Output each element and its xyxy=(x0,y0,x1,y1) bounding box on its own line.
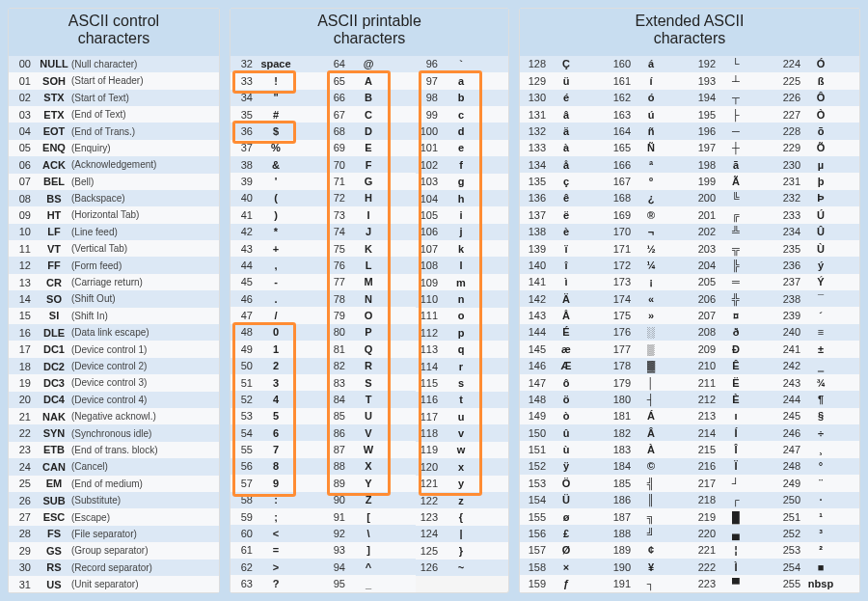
ascii-char: ▀ xyxy=(721,578,750,589)
control-row: 07BEL(Bell) xyxy=(9,174,219,190)
printable-row: 81Q xyxy=(323,341,416,357)
extended-row: 142Ä xyxy=(520,290,605,307)
ascii-code: 163 xyxy=(608,109,637,121)
ascii-char: Ð xyxy=(721,343,750,355)
ascii-desc: (Synchronous idle) xyxy=(71,428,216,439)
ascii-code: 05 xyxy=(12,142,37,153)
ascii-code: 26 xyxy=(12,495,37,506)
ascii-code: 244 xyxy=(777,394,806,405)
ascii-char: g xyxy=(444,176,478,187)
ascii-code: 19 xyxy=(12,377,37,389)
extended-row: 168¿ xyxy=(605,190,690,206)
ascii-code: 103 xyxy=(419,176,444,187)
extended-row: 136ê xyxy=(520,190,605,206)
ascii-char: █ xyxy=(721,511,750,523)
extended-row: 219█ xyxy=(690,508,774,525)
ascii-code: 228 xyxy=(777,125,806,137)
ascii-desc: (Cancel) xyxy=(71,461,216,472)
extended-row: 170¬ xyxy=(605,224,690,240)
ascii-code: 75 xyxy=(326,243,351,255)
printable-row: 126~ xyxy=(416,560,508,576)
ascii-char: FF xyxy=(37,260,71,271)
ascii-char: ┤ xyxy=(637,394,665,405)
extended-row: 135ç xyxy=(520,173,605,189)
extended-row: 227Ò xyxy=(774,106,859,123)
ascii-char: p xyxy=(444,327,478,339)
ascii-char: ³ xyxy=(806,528,835,539)
extended-row: 129ü xyxy=(520,72,605,89)
ascii-char: / xyxy=(258,310,293,321)
ascii-char: ö xyxy=(552,394,581,405)
ascii-code: 184 xyxy=(608,460,637,472)
ascii-desc: (File separator) xyxy=(71,529,216,539)
ascii-desc: (Backspace) xyxy=(71,193,216,204)
printable-row: 121y xyxy=(416,476,508,492)
extended-row: 144É xyxy=(520,324,605,341)
ascii-desc: (Device control 3) xyxy=(71,377,216,388)
extended-row: 190¥ xyxy=(605,559,690,575)
ascii-code: 224 xyxy=(777,58,806,69)
ascii-code: 153 xyxy=(523,478,552,489)
ascii-char: ╦ xyxy=(721,243,750,255)
ascii-char: ; xyxy=(258,511,293,523)
ascii-char: P xyxy=(351,326,386,338)
printable-row: 98b xyxy=(416,90,508,106)
printable-row: 90Z xyxy=(323,492,416,508)
ascii-char: ¨ xyxy=(806,478,835,489)
ascii-char: T xyxy=(351,394,386,405)
extended-row: 159ƒ xyxy=(520,575,605,591)
ascii-char: + xyxy=(258,243,293,255)
ascii-char: Ó xyxy=(806,58,835,69)
ascii-char: Ò xyxy=(806,109,835,121)
ascii-char: CAN xyxy=(37,461,71,473)
ascii-code: 125 xyxy=(419,545,444,557)
ascii-char: i xyxy=(444,209,478,221)
printable-row: 119w xyxy=(416,442,508,458)
ascii-code: 123 xyxy=(419,511,444,523)
extended-row: 175» xyxy=(605,307,690,323)
ascii-code: 239 xyxy=(777,310,806,321)
ascii-char: 6 xyxy=(258,427,293,439)
ascii-char: x xyxy=(444,461,478,473)
ascii-code: 30 xyxy=(12,561,37,573)
ascii-code: 55 xyxy=(233,444,258,455)
printable-row: 123{ xyxy=(416,508,508,525)
ascii-char: ┴ xyxy=(721,75,750,87)
extended-row: 198ã xyxy=(690,156,774,173)
extended-row: 166ª xyxy=(605,156,690,173)
ascii-char: ≡ xyxy=(806,326,835,338)
ascii-desc: (Group separator) xyxy=(71,545,216,556)
ascii-code: 49 xyxy=(233,343,258,355)
extended-row: 244¶ xyxy=(774,391,859,407)
ascii-char: } xyxy=(444,545,478,557)
extended-row: 199Ã xyxy=(690,173,774,189)
printable-row: 102f xyxy=(416,156,508,173)
ascii-desc: (Bell) xyxy=(71,177,216,187)
control-row: 23ETB(End of trans. block) xyxy=(9,442,219,458)
ascii-desc: (End of medium) xyxy=(71,478,216,489)
printable-row: 117u xyxy=(416,408,508,424)
ascii-code: 67 xyxy=(326,109,351,121)
ascii-desc: (Enquiry) xyxy=(71,143,216,153)
ascii-char: o xyxy=(444,310,478,321)
ascii-code: 157 xyxy=(523,544,552,556)
extended-row: 154Ü xyxy=(520,492,605,508)
ascii-desc: (Start of Text) xyxy=(71,93,216,103)
ascii-code: 155 xyxy=(523,511,552,523)
ascii-char: ò xyxy=(552,410,581,422)
ascii-code: 110 xyxy=(419,293,444,305)
extended-row: 232Þ xyxy=(774,190,859,206)
printable-row: 87W xyxy=(323,441,416,457)
ascii-char: z xyxy=(444,495,478,506)
control-row: 12FF(Form feed) xyxy=(9,257,219,273)
ascii-code: 56 xyxy=(233,460,258,472)
ascii-code: 37 xyxy=(233,142,258,153)
ascii-char: ╣ xyxy=(637,478,665,489)
ascii-code: 42 xyxy=(233,226,258,237)
printable-row: 65A xyxy=(323,72,416,89)
ascii-code: 81 xyxy=(326,343,351,355)
extended-row: 143Å xyxy=(520,307,605,323)
ascii-desc: (Device control 1) xyxy=(71,344,216,355)
extended-row: 213ı xyxy=(690,408,774,424)
ascii-code: 88 xyxy=(326,460,351,472)
